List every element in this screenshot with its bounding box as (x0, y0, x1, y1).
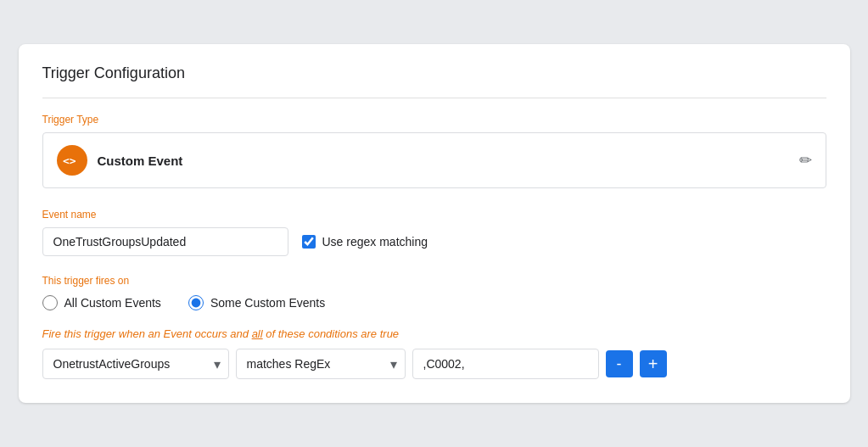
trigger-configuration-card: Trigger Configuration Trigger Type <> Cu… (19, 44, 850, 403)
edit-icon[interactable]: ✏ (799, 151, 812, 170)
regex-checkbox-label[interactable]: Use regex matching (302, 235, 428, 249)
trigger-type-left: <> Custom Event (57, 145, 183, 176)
trigger-type-box: <> Custom Event ✏ (42, 132, 826, 188)
radio-some-events-input[interactable] (188, 295, 204, 310)
regex-label-text: Use regex matching (322, 235, 428, 249)
condition-value-input[interactable] (412, 349, 599, 379)
add-condition-button[interactable]: + (640, 350, 667, 377)
svg-text:<>: <> (63, 154, 76, 167)
custom-event-icon: <> (57, 145, 87, 176)
radio-group: All Custom Events Some Custom Events (42, 295, 826, 310)
conditions-label-suffix: of these conditions are true (266, 327, 399, 340)
page-title: Trigger Configuration (42, 64, 826, 82)
conditions-label-prefix: Fire this trigger when an Event occurs a… (42, 327, 249, 340)
trigger-type-name: Custom Event (98, 154, 183, 168)
divider (42, 98, 826, 98)
event-name-input[interactable] (42, 227, 288, 256)
conditions-label-italic: all (252, 327, 263, 340)
event-name-row: Use regex matching (42, 227, 826, 256)
radio-some-events-label: Some Custom Events (210, 296, 325, 310)
event-name-section: Event name Use regex matching (42, 209, 826, 256)
radio-all-events[interactable]: All Custom Events (42, 295, 161, 310)
fires-on-label: This trigger fires on (42, 275, 826, 287)
trigger-type-label: Trigger Type (42, 114, 826, 126)
conditions-label: Fire this trigger when an Event occurs a… (42, 327, 826, 340)
field-name-wrapper: OnetrustActiveGroups ▾ (42, 349, 229, 379)
radio-all-events-input[interactable] (42, 295, 58, 310)
operator-wrapper: matches RegEx contains equals ▾ (236, 349, 406, 379)
remove-condition-button[interactable]: - (606, 350, 633, 377)
operator-select[interactable]: matches RegEx contains equals (236, 349, 406, 379)
regex-checkbox[interactable] (302, 235, 316, 249)
event-name-label: Event name (42, 209, 826, 221)
field-name-select[interactable]: OnetrustActiveGroups (42, 349, 229, 379)
fires-on-section: This trigger fires on All Custom Events … (42, 275, 826, 310)
conditions-section: Fire this trigger when an Event occurs a… (42, 327, 826, 379)
radio-all-events-label: All Custom Events (64, 296, 161, 310)
conditions-row: OnetrustActiveGroups ▾ matches RegEx con… (42, 349, 826, 379)
radio-some-events[interactable]: Some Custom Events (188, 295, 325, 310)
